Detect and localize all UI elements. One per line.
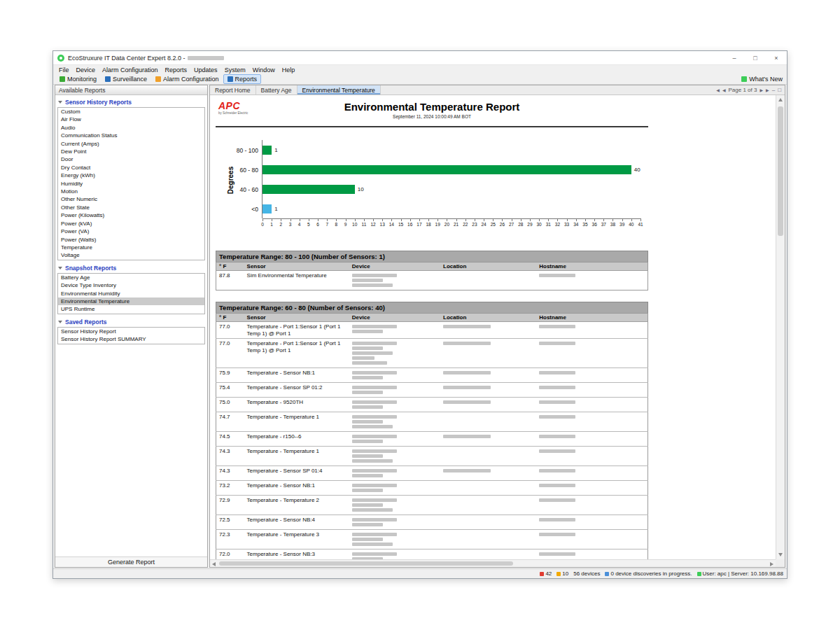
generate-report-button[interactable]: Generate Report	[55, 556, 207, 567]
menu-item-updates[interactable]: Updates	[190, 66, 221, 74]
tab-battery-age[interactable]: Battery Age	[256, 85, 298, 94]
report-item-other-numeric[interactable]: Other Numeric	[58, 195, 204, 203]
section-title-snapshot-reports[interactable]: Snapshot Reports	[57, 262, 205, 273]
section-title-sensor-history-reports[interactable]: Sensor History Reports	[57, 97, 205, 107]
report-item-power-va[interactable]: Power (VA)	[58, 227, 204, 235]
last-page-icon[interactable]: ▶	[766, 88, 769, 92]
cell-location	[440, 550, 536, 560]
menu-item-help[interactable]: Help	[279, 66, 299, 74]
cell-hostname	[536, 412, 648, 432]
section-collapse-icon[interactable]	[58, 321, 62, 323]
redacted-location-text	[443, 400, 491, 404]
report-item-door[interactable]: Door	[58, 155, 204, 163]
column-header-hostname: Hostname	[536, 262, 648, 271]
cell-temperature: 74.3	[216, 466, 244, 481]
report-item-sensor-history-report[interactable]: Sensor History Report	[58, 328, 204, 335]
x-tick-label: 31	[546, 222, 551, 227]
report-item-dry-contact[interactable]: Dry Contact	[58, 164, 204, 172]
menu-item-device[interactable]: Device	[73, 66, 99, 74]
whats-new-button[interactable]: What's New	[741, 76, 787, 83]
tab-tools: ◀ ◀ Page 1 of 3 ▶ ▶ – □	[716, 85, 785, 94]
section-collapse-icon[interactable]	[58, 101, 62, 104]
view-minimize-icon[interactable]: –	[772, 87, 775, 93]
table-row: 73.2Temperature - Sensor NB:1	[216, 481, 648, 496]
report-item-energy-kwh[interactable]: Energy (kWh)	[58, 172, 204, 179]
report-item-communication-status[interactable]: Communication Status	[58, 132, 204, 139]
x-tick-label: 27	[509, 222, 514, 227]
apc-logo-subtext: by Schneider Electric	[218, 111, 248, 115]
close-icon[interactable]: ×	[766, 51, 787, 64]
perspective-monitoring[interactable]: Monitoring	[55, 74, 101, 84]
report-item-humidity[interactable]: Humidity	[58, 180, 204, 188]
redacted-hostname-text	[539, 415, 575, 419]
cell-temperature: 74.5	[216, 432, 244, 447]
available-reports-header[interactable]: Available Reports	[55, 85, 207, 95]
horizontal-scroll-thumb[interactable]	[219, 561, 513, 566]
section-title-saved-reports[interactable]: Saved Reports	[57, 316, 205, 327]
tab-environmental-temperature[interactable]: Environmental Temperature	[298, 85, 381, 94]
menu-item-alarm-configuration[interactable]: Alarm Configuration	[99, 66, 162, 74]
report-item-temperature[interactable]: Temperature	[58, 244, 204, 251]
redacted-device-text	[352, 538, 383, 541]
view-maximize-icon[interactable]: □	[778, 87, 781, 93]
report-item-power-kva[interactable]: Power (kVA)	[58, 220, 204, 227]
x-tick	[410, 219, 411, 221]
report-item-environmental-temperature[interactable]: Environmental Temperature	[58, 298, 204, 305]
horizontal-scrollbar[interactable]	[210, 559, 776, 567]
report-item-custom[interactable]: Custom	[58, 108, 204, 115]
perspective-reports[interactable]: Reports	[223, 74, 262, 84]
scroll-left-icon[interactable]	[212, 562, 216, 566]
redacted-device-text	[352, 425, 393, 428]
report-item-sensor-history-report-summary[interactable]: Sensor History Report SUMMARY	[58, 335, 204, 343]
previous-page-icon[interactable]: ◀	[722, 88, 726, 92]
section-header: Temperature Range: 80 - 100 (Number of S…	[216, 251, 648, 262]
cell-sensor: Temperature - 9520TH	[244, 398, 349, 412]
cell-location	[440, 447, 536, 466]
report-item-audio[interactable]: Audio	[58, 124, 204, 132]
x-tick-label: 21	[454, 222, 458, 227]
menu-item-file[interactable]: File	[55, 66, 73, 74]
x-tick-label: 26	[500, 222, 505, 227]
report-item-current-amps[interactable]: Current (Amps)	[58, 140, 204, 148]
vertical-scroll-thumb[interactable]	[778, 106, 783, 236]
report-item-other-state[interactable]: Other State	[58, 204, 204, 211]
report-item-motion[interactable]: Motion	[58, 188, 204, 195]
scroll-up-icon[interactable]	[778, 98, 783, 102]
menu-item-reports[interactable]: Reports	[162, 66, 191, 74]
report-item-dew-point[interactable]: Dew Point	[58, 148, 204, 155]
cell-device	[349, 368, 440, 383]
report-item-air-flow[interactable]: Air Flow	[58, 115, 204, 123]
report-item-ups-runtime[interactable]: UPS Runtime	[58, 305, 204, 313]
vertical-scrollbar[interactable]	[776, 95, 785, 559]
menu-item-window[interactable]: Window	[249, 66, 279, 74]
report-item-battery-age[interactable]: Battery Age	[58, 274, 204, 281]
menu-item-system[interactable]: System	[221, 66, 249, 74]
scroll-right-icon[interactable]	[770, 562, 774, 566]
report-item-power-watts[interactable]: Power (Watts)	[58, 236, 204, 244]
maximize-icon[interactable]: □	[745, 51, 766, 64]
next-page-icon[interactable]: ▶	[760, 88, 763, 92]
perspective-alarm-configuration[interactable]: Alarm Configuration	[151, 74, 223, 84]
cell-sensor: Temperature - Sensor NB:1	[244, 481, 349, 496]
first-page-icon[interactable]: ◀	[716, 88, 720, 92]
app-window: EcoStruxure IT Data Center Expert 8.2.0 …	[52, 50, 788, 579]
minimize-icon[interactable]: –	[724, 51, 745, 64]
x-tick-label: 10	[352, 222, 357, 227]
scroll-down-icon[interactable]	[778, 553, 783, 556]
report-item-device-type-inventory[interactable]: Device Type Inventory	[58, 281, 204, 289]
section-collapse-icon[interactable]	[58, 267, 62, 270]
perspective-surveillance[interactable]: Surveillance	[101, 74, 151, 84]
redacted-device-text	[352, 361, 387, 365]
report-item-power-kilowatts[interactable]: Power (Kilowatts)	[58, 211, 204, 219]
table-row: 75.4Temperature - Sensor SP 01:2	[216, 383, 648, 398]
redacted-device-text	[352, 325, 397, 328]
report-item-voltage[interactable]: Voltage	[58, 251, 204, 259]
x-tick	[262, 219, 263, 221]
perspective-label: Monitoring	[67, 76, 97, 83]
x-tick-label: 38	[610, 222, 615, 227]
tab-report-home[interactable]: Report Home	[210, 85, 256, 94]
page-indicator: Page 1 of 3	[729, 87, 757, 93]
window-title: EcoStruxure IT Data Center Expert 8.2.0 …	[68, 55, 185, 62]
report-item-environmental-humidity[interactable]: Environmental Humidity	[58, 290, 204, 298]
report-header: APC by Schneider Electric Environmental …	[216, 101, 648, 127]
